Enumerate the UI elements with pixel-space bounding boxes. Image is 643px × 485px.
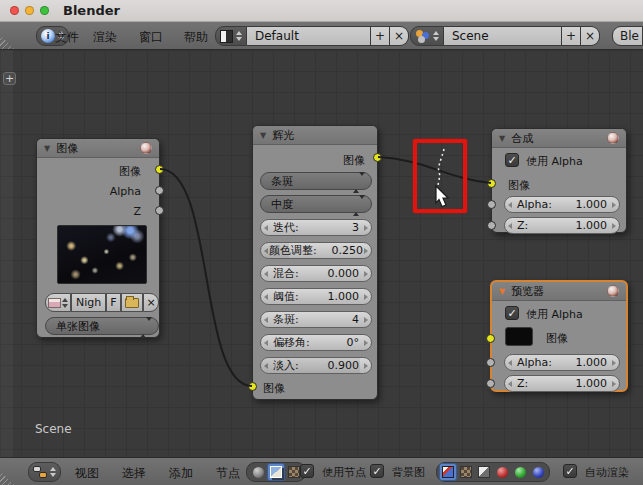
expand-region-button[interactable]: + bbox=[3, 72, 16, 85]
menu-view[interactable]: 视图 bbox=[75, 465, 99, 482]
use-alpha-label: 使用 Alpha bbox=[526, 154, 583, 169]
menu-file[interactable]: 文件 bbox=[55, 29, 79, 46]
scene-watermark-label: Scene bbox=[35, 422, 72, 436]
node-glare[interactable]: ▼ 辉光 图像 条斑 中度 迭代: 3 颜色调整: 0.250 混合: 0.00… bbox=[252, 125, 378, 400]
use-nodes-checkbox[interactable]: ✓ bbox=[300, 464, 314, 478]
socket-image-input[interactable] bbox=[248, 382, 257, 391]
scene-icon bbox=[415, 29, 430, 43]
layout-name-field[interactable]: Default bbox=[247, 26, 371, 46]
glare-type-dropdown[interactable]: 条斑 bbox=[260, 172, 372, 190]
close-window-button[interactable] bbox=[10, 6, 19, 15]
socket-image-output[interactable] bbox=[373, 153, 382, 162]
minimize-window-button[interactable] bbox=[25, 6, 34, 15]
scene-name-field[interactable]: Scene bbox=[444, 26, 562, 46]
info-editor-header: i 文件 渲染 窗口 帮助 Default + × bbox=[0, 22, 643, 50]
z-slider[interactable]: Z: 1.000 bbox=[504, 217, 620, 234]
node-viewer-header[interactable]: ▼ 预览器 bbox=[492, 282, 626, 301]
use-alpha-checkbox[interactable]: ✓ bbox=[505, 306, 519, 320]
material-sphere-icon bbox=[607, 132, 619, 144]
node-glare-header[interactable]: ▼ 辉光 bbox=[253, 126, 377, 145]
slider-value: 1.000 bbox=[576, 198, 608, 211]
node-image[interactable]: ▼ 图像 图像 Alpha Z Nigh F × 单张图像 bbox=[36, 138, 160, 338]
node-composite[interactable]: ▼ 合成 ✓ 使用 Alpha 图像 Alpha: 1.000 Z: 1.000 bbox=[491, 128, 627, 233]
scene-dropdown-button[interactable] bbox=[410, 26, 444, 46]
delete-layout-button[interactable]: × bbox=[390, 26, 409, 46]
backdrop-checkbox[interactable]: ✓ bbox=[370, 464, 384, 478]
node-image-header[interactable]: ▼ 图像 bbox=[37, 139, 159, 158]
channel-blue-button[interactable] bbox=[529, 463, 547, 481]
angle-offset-slider[interactable]: 偏移角: 0° bbox=[260, 334, 372, 351]
fake-user-button[interactable]: F bbox=[106, 293, 121, 312]
area-corner-grip[interactable] bbox=[0, 35, 14, 49]
menu-node[interactable]: 节点 bbox=[216, 465, 240, 482]
socket-image-input[interactable] bbox=[486, 334, 495, 343]
socket-image-output[interactable] bbox=[155, 165, 164, 174]
area-corner-grip[interactable] bbox=[0, 471, 14, 485]
add-scene-button[interactable]: + bbox=[562, 26, 581, 46]
editor-type-selector[interactable] bbox=[28, 462, 61, 482]
delete-scene-button[interactable]: × bbox=[581, 26, 600, 46]
menu-window[interactable]: 窗口 bbox=[139, 29, 163, 46]
alpha-slider[interactable]: Alpha: 1.000 bbox=[504, 354, 620, 371]
node-composite-header[interactable]: ▼ 合成 bbox=[492, 129, 626, 148]
stepper-arrows-icon bbox=[236, 31, 242, 41]
slider-value: 1.000 bbox=[576, 377, 608, 390]
stepper-arrows-icon bbox=[62, 298, 68, 308]
fade-slider[interactable]: 淡入: 0.900 bbox=[260, 357, 372, 374]
image-browse-button[interactable] bbox=[45, 293, 71, 312]
alpha-slider[interactable]: Alpha: 1.000 bbox=[504, 196, 620, 213]
backdrop-checker-button[interactable] bbox=[457, 463, 475, 481]
slider-label: 条斑: bbox=[273, 312, 299, 327]
menu-select[interactable]: 选择 bbox=[122, 465, 146, 482]
mix-slider[interactable]: 混合: 0.000 bbox=[260, 265, 372, 282]
image-name-field[interactable]: Nigh bbox=[71, 293, 106, 312]
collapse-triangle-icon[interactable]: ▼ bbox=[499, 287, 505, 296]
menu-help[interactable]: 帮助 bbox=[184, 29, 208, 46]
image-source-dropdown[interactable]: 单张图像 bbox=[45, 317, 159, 335]
socket-alpha-input[interactable] bbox=[487, 200, 496, 209]
zoom-window-button[interactable] bbox=[40, 6, 49, 15]
color-modulation-slider[interactable]: 颜色调整: 0.250 bbox=[260, 242, 372, 259]
channel-red-button[interactable] bbox=[493, 463, 511, 481]
blender-version-button[interactable]: Ble bbox=[612, 26, 643, 46]
slider-label: 颜色调整: bbox=[269, 243, 317, 258]
socket-alpha-output[interactable] bbox=[155, 186, 164, 195]
dropdown-arrows-icon bbox=[353, 199, 365, 212]
auto-render-checkbox[interactable]: ✓ bbox=[563, 464, 577, 478]
glare-type-value: 条斑 bbox=[271, 174, 293, 189]
unlink-image-button[interactable]: × bbox=[143, 293, 159, 312]
slider-value: 0.900 bbox=[328, 359, 360, 372]
stepper-arrows-icon bbox=[50, 467, 56, 477]
add-layout-button[interactable]: + bbox=[371, 26, 390, 46]
collapse-triangle-icon[interactable]: ▼ bbox=[499, 134, 505, 143]
menu-add[interactable]: 添加 bbox=[169, 465, 193, 482]
threshold-slider[interactable]: 阈值: 1.000 bbox=[260, 288, 372, 305]
streaks-slider[interactable]: 条斑: 4 bbox=[260, 311, 372, 328]
slider-label: 偏移角: bbox=[273, 335, 310, 350]
collapse-triangle-icon[interactable]: ▼ bbox=[260, 131, 266, 140]
backdrop-color-alpha-button[interactable] bbox=[439, 463, 457, 481]
z-slider[interactable]: Z: 1.000 bbox=[504, 375, 620, 392]
node-editor-header: 视图 选择 添加 节点 ✓ 使用节点 ✓ 背景图 ✓ 自动渲染 bbox=[0, 457, 643, 485]
slider-label: Alpha: bbox=[517, 356, 552, 369]
socket-z-input[interactable] bbox=[486, 379, 495, 388]
node-viewer[interactable]: ▼ 预览器 ✓ 使用 Alpha 图像 Alpha: 1.000 Z: 1.00… bbox=[490, 280, 628, 392]
glare-quality-dropdown[interactable]: 中度 bbox=[260, 195, 372, 213]
socket-image-input[interactable] bbox=[487, 179, 496, 188]
menu-render[interactable]: 渲染 bbox=[93, 29, 117, 46]
slider-value: 0.000 bbox=[328, 267, 360, 280]
channel-green-button[interactable] bbox=[511, 463, 529, 481]
layout-dropdown-button[interactable] bbox=[215, 26, 247, 46]
open-image-button[interactable] bbox=[121, 293, 143, 312]
compositing-nodes-button[interactable] bbox=[267, 463, 285, 481]
collapse-triangle-icon[interactable]: ▼ bbox=[44, 144, 50, 153]
socket-alpha-input[interactable] bbox=[486, 358, 495, 367]
socket-z-input[interactable] bbox=[487, 221, 496, 230]
iterations-slider[interactable]: 迭代: 3 bbox=[260, 219, 372, 236]
slider-value: 0° bbox=[347, 336, 360, 349]
socket-z-output[interactable] bbox=[155, 206, 164, 215]
use-alpha-checkbox[interactable]: ✓ bbox=[505, 153, 519, 167]
backdrop-alpha-button[interactable] bbox=[475, 463, 493, 481]
shader-nodes-button[interactable] bbox=[249, 463, 267, 481]
input-label-image: 图像 bbox=[263, 381, 285, 396]
